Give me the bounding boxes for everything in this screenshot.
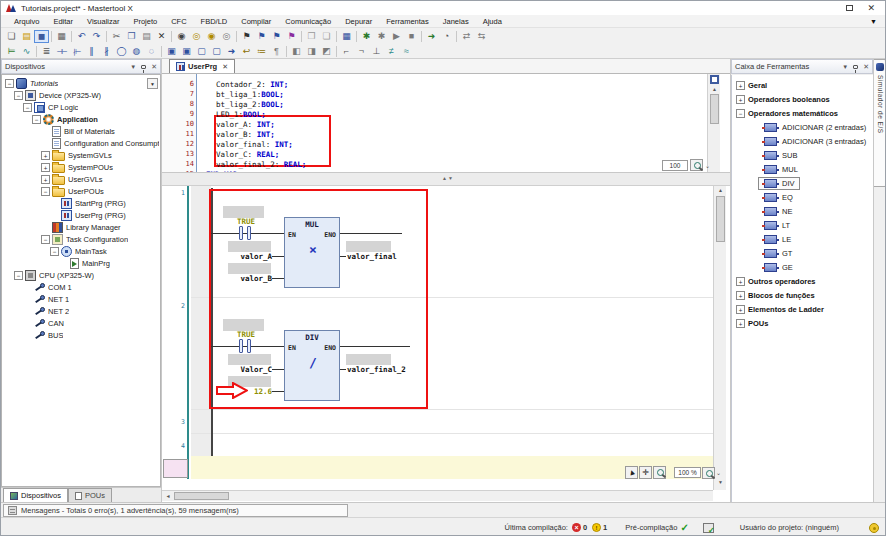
insert-parallel-contact-button[interactable]: ∥: [84, 45, 99, 58]
replace-button[interactable]: ◉: [204, 30, 219, 43]
contact-bar-icon[interactable]: [239, 339, 243, 353]
tree-item-net-1[interactable]: NET 1: [2, 293, 160, 305]
dock-tab-dispositivos[interactable]: Dispositivos: [3, 488, 68, 502]
branch-below-button[interactable]: ¬: [354, 45, 369, 58]
tree-expander-icon[interactable]: −: [14, 91, 23, 100]
insert-jump-button[interactable]: ➜: [224, 45, 239, 58]
scrollbar-thumb[interactable]: [716, 196, 725, 242]
scrollbar-thumb[interactable]: [174, 492, 229, 500]
insert-negated-contact-button[interactable]: ∤⊢: [69, 45, 84, 58]
tree-item-com-1[interactable]: COM 1: [2, 281, 160, 293]
menu-fbdld[interactable]: FBD/LD: [194, 17, 235, 26]
insert-network-button[interactable]: ≣: [39, 45, 54, 58]
insert-box-with-en-button[interactable]: ▢: [209, 45, 224, 58]
tree-expander-icon[interactable]: −: [41, 235, 50, 244]
root-dropdown-icon[interactable]: ▼: [147, 78, 158, 89]
scroll-down-icon[interactable]: ▼: [714, 479, 727, 485]
insert-contact-button[interactable]: ⊣⊢: [54, 45, 69, 58]
toolbox-item-eq[interactable]: EQ: [732, 190, 873, 204]
tree-item-cp-logic[interactable]: −CP Logic: [2, 101, 160, 113]
menu-projeto[interactable]: Projeto: [126, 17, 164, 26]
device-log-button[interactable]: ▦: [339, 30, 354, 43]
delete-button[interactable]: ✕: [154, 30, 169, 43]
pointer-tool-button[interactable]: ▲: [625, 466, 638, 479]
tree-item-task-configuration[interactable]: −Task Configuration: [2, 233, 160, 245]
insert-parallel-negated-contact-button[interactable]: ∦: [99, 45, 114, 58]
tree-expander-icon[interactable]: −: [5, 79, 14, 88]
toolbox-item-mul[interactable]: MUL: [732, 162, 873, 176]
toolbox-item-ne[interactable]: NE: [732, 204, 873, 218]
contact-bar-icon[interactable]: [239, 226, 243, 240]
menu-depurar[interactable]: Depurar: [338, 17, 379, 26]
ladder-editor-mode-button[interactable]: ⊨: [4, 45, 19, 58]
tree-item-userpous[interactable]: −UserPOUs: [2, 185, 160, 197]
set-reset-button[interactable]: ◩: [319, 45, 334, 58]
editor-tab-userprg[interactable]: UserPrg ✕: [169, 59, 235, 73]
toolbox-item-adicionar-3-entradas-[interactable]: ADICIONAR (3 entradas): [732, 134, 873, 148]
toolbox-item-le[interactable]: LE: [732, 232, 873, 246]
tree-item-systemgvls[interactable]: +SystemGVLs: [2, 149, 160, 161]
function-block-mul[interactable]: MULENENO×: [284, 217, 340, 288]
ladder-horizontal-scrollbar[interactable]: ◂: [162, 490, 713, 501]
print-button[interactable]: ▦: [54, 30, 69, 43]
tree-expander-icon[interactable]: +: [41, 151, 50, 160]
tree-expander-icon[interactable]: +: [736, 81, 745, 90]
close-tab-icon[interactable]: ✕: [222, 63, 228, 71]
tree-item-mainprg[interactable]: MainPrg: [2, 257, 160, 269]
contact-bar-icon[interactable]: [247, 226, 251, 240]
bookmark-next-button[interactable]: ⚑: [254, 30, 269, 43]
contact-label[interactable]: TRUE: [228, 330, 264, 339]
ladder-editor[interactable]: 12345 TRUEMULENENO×valor_Avalor_Bvalor_f…: [162, 186, 730, 502]
save-button[interactable]: ◼: [34, 30, 49, 43]
menu-ajuda[interactable]: Ajuda: [476, 17, 509, 26]
tree-item-systempous[interactable]: +SystemPOUs: [2, 161, 160, 173]
tree-expander-icon[interactable]: −: [32, 115, 41, 124]
io-simulator-tab[interactable]: Simulador de E/S: [874, 59, 886, 187]
menu-arquivo[interactable]: Arquivo: [7, 17, 46, 26]
find-next-button[interactable]: ◎: [189, 30, 204, 43]
tree-expander-icon[interactable]: +: [736, 305, 745, 314]
tree-expander-icon[interactable]: −: [23, 103, 32, 112]
tree-item-usergvls[interactable]: +UserGVLs: [2, 173, 160, 185]
tree-expander-icon[interactable]: +: [736, 277, 745, 286]
tree-expander-icon[interactable]: −: [50, 247, 59, 256]
runtime-clock-button[interactable]: ◔: [439, 30, 454, 43]
operand-label[interactable]: valor_A: [208, 252, 272, 261]
build-button[interactable]: ✱: [359, 30, 374, 43]
menu-visualizar[interactable]: Visualizar: [80, 17, 126, 26]
code-zoom-dropdown-icon[interactable]: ⌄: [705, 162, 710, 169]
pan-tool-button[interactable]: ✛: [639, 466, 652, 479]
redo-button[interactable]: ↷: [89, 30, 104, 43]
tree-expander-icon[interactable]: +: [736, 291, 745, 300]
insert-function-block-button[interactable]: ▣: [164, 45, 179, 58]
dock-tab-pous[interactable]: POUs: [68, 488, 112, 502]
function-block-div[interactable]: DIVENENO/: [284, 330, 340, 401]
toggle-comments-button[interactable]: ≠: [384, 45, 399, 58]
menu-janelas[interactable]: Janelas: [436, 17, 476, 26]
tree-item-library-manager[interactable]: Library Manager: [2, 221, 160, 233]
panel-close-icon[interactable]: ✕: [151, 63, 157, 71]
tree-item-bill-of-materials[interactable]: Bill of Materials: [2, 125, 160, 137]
tree-item-userprg-prg-[interactable]: UserPrg (PRG): [2, 209, 160, 221]
menu-comunicao[interactable]: Comunicação: [278, 17, 338, 26]
toolbox-group-blocos-de-fun-es[interactable]: +Blocos de funções: [732, 288, 873, 302]
menu-compilar[interactable]: Compilar: [234, 17, 278, 26]
restore-window-button[interactable]: [846, 5, 853, 11]
tree-expander-icon[interactable]: −: [736, 109, 745, 118]
tree-item-bus[interactable]: BUS: [2, 329, 160, 341]
update-parameters-button[interactable]: ⊥: [369, 45, 384, 58]
negate-button[interactable]: ◧: [289, 45, 304, 58]
editor-splitter[interactable]: ▲▼: [162, 173, 730, 186]
toolbox-group-operadores-matem-ticos[interactable]: −Operadores matemáticos: [732, 106, 873, 120]
new-file-button[interactable]: ❏: [4, 30, 19, 43]
toolbox-item-lt[interactable]: LT: [732, 218, 873, 232]
menu-cfc[interactable]: CFC: [164, 17, 193, 26]
toolbox-item-gt[interactable]: GT: [732, 246, 873, 260]
pin-icon[interactable]: [141, 65, 146, 69]
open-file-button[interactable]: ▤: [19, 30, 34, 43]
operand-placeholder[interactable]: [228, 263, 271, 274]
insert-coil-button[interactable]: ◯: [114, 45, 129, 58]
operand-label[interactable]: valor_B: [208, 274, 272, 283]
menu-ferramentas[interactable]: Ferramentas: [379, 17, 436, 26]
insert-block-with-en-button[interactable]: ▣: [179, 45, 194, 58]
